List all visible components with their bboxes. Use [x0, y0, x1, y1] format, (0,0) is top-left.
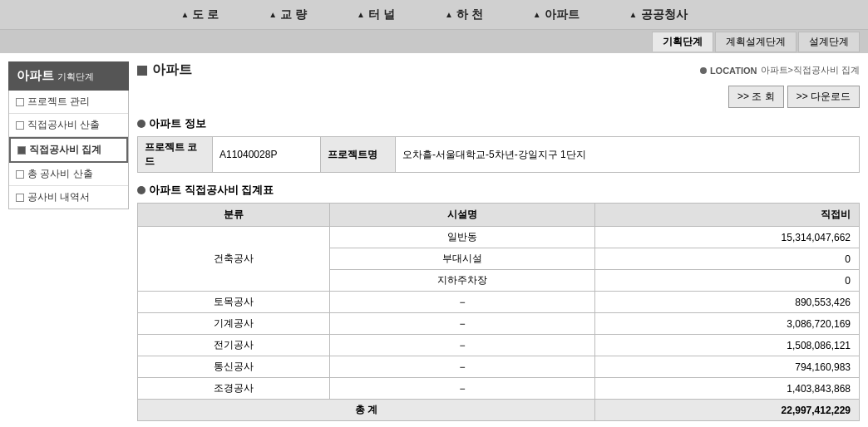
section-dot-icon: [137, 120, 145, 128]
cost-cell: 0: [594, 248, 859, 270]
col-header-class: 분류: [138, 204, 330, 227]
info-row: 프로젝트 코드 A11040028P 프로젝트명 오차흘-서울대학교-5차년-강…: [138, 137, 860, 173]
cost-cell: 890,553,426: [594, 292, 859, 313]
nav-road[interactable]: ▲ 도 로: [181, 7, 219, 22]
checkbox-icon: [16, 98, 24, 106]
table-row: 조경공사 − 1,403,843,868: [138, 378, 860, 400]
cost-cell: 1,403,843,868: [594, 378, 859, 400]
col-header-cost: 직접비: [594, 204, 859, 227]
main-layout: 아파트 기획단계 프로젝트 관리 직접공사비 산출 직접공사비 집계 총 공사비…: [0, 53, 868, 427]
cost-section-title: 아파트 직접공사비 집계표: [137, 183, 860, 198]
project-name-label: 프로젝트명: [321, 137, 396, 173]
project-name-value: 오차흘-서울대학교-5차년-강일지구 1단지: [396, 137, 860, 173]
checkbox-icon: [16, 121, 24, 130]
class-cell: 통신공사: [138, 356, 330, 378]
top-nav-items: ▲ 도 로 ▲ 교 량 ▲ 터 널 ▲ 하 천 ▲ 아파트 ▲ 공공청사: [181, 7, 688, 22]
facility-cell: 지하주차장: [330, 270, 594, 292]
arrow-icon: ▲: [533, 10, 541, 19]
table-row: 토목공사 − 890,553,426: [138, 292, 860, 313]
facility-cell: −: [330, 292, 594, 313]
nav-public[interactable]: ▲ 공공청사: [629, 7, 688, 22]
table-row: 통신공사 − 794,160,983: [138, 356, 860, 378]
cost-table-header: 분류 시설명 직접비: [138, 204, 860, 227]
class-cell: 기계공사: [138, 313, 330, 335]
cost-cell: 794,160,983: [594, 356, 859, 378]
section-dot-icon: [137, 186, 145, 194]
class-cell: 조경공사: [138, 378, 330, 400]
breadcrumb: LOCATION 아파트>직접공사비 집계: [700, 64, 860, 76]
location-icon: [700, 67, 707, 74]
total-row: 총 계 22,997,412,229: [138, 400, 860, 421]
page-title: 아파트: [137, 61, 192, 79]
facility-cell: 일반동: [330, 227, 594, 248]
facility-cell: −: [330, 313, 594, 335]
download-button[interactable]: >> 다운로드: [787, 86, 860, 108]
arrow-icon: ▲: [629, 10, 638, 19]
action-buttons: >> 조 회 >> 다운로드: [137, 86, 860, 108]
top-navigation: ▲ 도 로 ▲ 교 량 ▲ 터 널 ▲ 하 천 ▲ 아파트 ▲ 공공청사: [0, 0, 868, 30]
col-header-facility: 시설명: [330, 204, 594, 227]
sidebar: 아파트 기획단계 프로젝트 관리 직접공사비 산출 직접공사비 집계 총 공사비…: [8, 61, 129, 421]
arrow-icon: ▲: [445, 10, 453, 19]
class-cell: 토목공사: [138, 292, 330, 313]
total-label: 총 계: [138, 400, 595, 421]
arrow-icon: ▲: [269, 10, 277, 19]
facility-cell: −: [330, 335, 594, 356]
info-table: 프로젝트 코드 A11040028P 프로젝트명 오차흘-서울대학교-5차년-강…: [137, 136, 860, 173]
class-cell: 건축공사: [138, 227, 330, 292]
info-section-title: 아파트 정보: [137, 116, 860, 131]
tab-design[interactable]: 설계단계: [798, 32, 860, 52]
cost-cell: 15,314,047,662: [594, 227, 859, 248]
facility-cell: −: [330, 378, 594, 400]
table-row: 전기공사 − 1,508,086,121: [138, 335, 860, 356]
content-area: 아파트 LOCATION 아파트>직접공사비 집계 >> 조 회 >> 다운로드…: [137, 61, 860, 421]
facility-cell: 부대시설: [330, 248, 594, 270]
sidebar-item-direct-cost-calc[interactable]: 직접공사비 산출: [9, 114, 128, 137]
sub-tabs-bar: 기획단계 계획설계단계 설계단계: [0, 30, 868, 53]
facility-cell: −: [330, 356, 594, 378]
cost-table: 분류 시설명 직접비 건축공사 일반동 15,314,047,662 부대시설 …: [137, 203, 860, 421]
view-button[interactable]: >> 조 회: [728, 86, 784, 108]
nav-tunnel[interactable]: ▲ 터 널: [357, 7, 395, 22]
checkbox-icon: [16, 170, 24, 179]
cost-cell: 3,086,720,169: [594, 313, 859, 335]
nav-bridge[interactable]: ▲ 교 량: [269, 7, 307, 22]
sidebar-header: 아파트 기획단계: [8, 61, 129, 91]
checkbox-icon: [16, 194, 24, 202]
sidebar-item-cost-detail[interactable]: 공사비 내역서: [9, 186, 128, 209]
table-row: 건축공사 일반동 15,314,047,662: [138, 227, 860, 248]
cost-cell: 1,508,086,121: [594, 335, 859, 356]
sidebar-item-project-mgmt[interactable]: 프로젝트 관리: [9, 91, 128, 114]
total-cost-cell: 22,997,412,229: [594, 400, 859, 421]
nav-river[interactable]: ▲ 하 천: [445, 7, 483, 22]
arrow-icon: ▲: [181, 10, 190, 19]
project-code-value: A11040028P: [213, 137, 321, 173]
tab-plan-design[interactable]: 계획설계단계: [715, 32, 796, 52]
content-header: 아파트 LOCATION 아파트>직접공사비 집계: [137, 61, 860, 79]
nav-apartment[interactable]: ▲ 아파트: [533, 7, 579, 22]
cost-cell: 0: [594, 270, 859, 292]
sidebar-item-total-cost-calc[interactable]: 총 공사비 산출: [9, 163, 128, 186]
project-code-label: 프로젝트 코드: [138, 137, 213, 173]
tab-planning[interactable]: 기획단계: [652, 32, 713, 52]
class-cell: 전기공사: [138, 335, 330, 356]
arrow-icon: ▲: [357, 10, 365, 19]
checkbox-icon: [17, 146, 26, 155]
sidebar-menu: 프로젝트 관리 직접공사비 산출 직접공사비 집계 총 공사비 산출 공사비 내…: [8, 91, 129, 209]
sidebar-item-direct-cost-sum[interactable]: 직접공사비 집계: [9, 137, 128, 163]
table-row: 기계공사 − 3,086,720,169: [138, 313, 860, 335]
title-icon: [137, 66, 147, 76]
